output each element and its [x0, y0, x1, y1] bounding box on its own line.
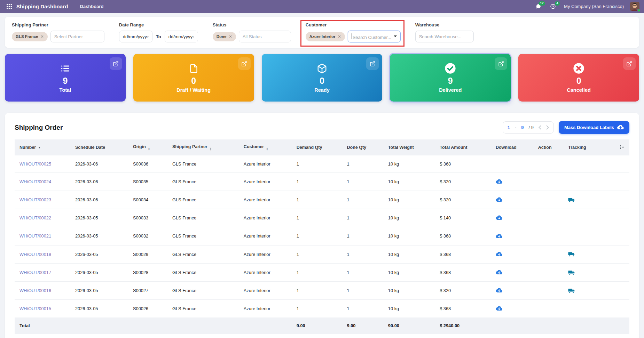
sort-icon: ▲▼	[210, 147, 212, 151]
filter-label: Date Range	[119, 22, 198, 27]
tracking-truck-icon[interactable]	[568, 288, 575, 293]
cloud-download-icon[interactable]	[496, 306, 503, 312]
date-from-input[interactable]: dd/mm/yyyy	[119, 31, 152, 42]
order-number-link[interactable]: WH/OUT/00015	[15, 299, 72, 317]
total-weight-cell: 10 kg	[385, 245, 437, 263]
status-search-input[interactable]: All Status	[239, 31, 291, 42]
cloud-download-icon[interactable]	[496, 197, 503, 203]
external-link-icon[interactable]	[238, 57, 251, 70]
table-row: WH/OUT/000222026-03-05S00033GLS FranceAz…	[15, 209, 629, 227]
tracking-cell	[565, 299, 613, 317]
stat-label: Ready	[314, 87, 330, 93]
demand-qty-cell: 1	[294, 227, 344, 245]
tracking-truck-icon[interactable]	[568, 270, 575, 275]
column-header-origin[interactable]: Origin▲▼	[130, 139, 170, 155]
date-to-input[interactable]: dd/mm/yyyy	[165, 31, 198, 42]
order-number-link[interactable]: WH/OUT/00024	[15, 173, 72, 191]
external-link-icon[interactable]	[110, 57, 122, 70]
partner-search-input[interactable]: Select Partner	[50, 31, 104, 42]
cloud-download-icon[interactable]	[496, 288, 503, 293]
customer-cell: Azure Interior	[241, 299, 294, 317]
download-cell	[493, 299, 535, 317]
shipping-partner-cell: GLS France	[170, 227, 241, 245]
warehouse-search-input[interactable]: Search Warehouse...	[415, 31, 474, 42]
external-link-icon[interactable]	[495, 57, 507, 70]
done-qty-cell: 1	[344, 281, 385, 299]
cloud-download-icon	[617, 124, 624, 130]
cloud-download-icon[interactable]	[496, 251, 503, 257]
top-navbar: Shipping Dashboard Dashboard 17 4 My Com…	[0, 0, 644, 13]
order-number-link[interactable]: WH/OUT/00023	[15, 191, 72, 209]
cloud-download-icon[interactable]	[496, 269, 503, 275]
total-amount-cell: $ 368	[437, 299, 493, 317]
order-number-link[interactable]: WH/OUT/00017	[15, 263, 72, 281]
options-cell	[613, 155, 629, 173]
company-switcher[interactable]: My Company (San Francisco)	[564, 4, 624, 9]
customer-cell: Azure Interior	[241, 281, 294, 299]
messages-icon[interactable]: 17	[534, 3, 542, 10]
activities-clock-icon[interactable]: 4	[549, 3, 557, 10]
remove-tag-icon[interactable]: ✕	[41, 34, 44, 39]
apps-grid-icon[interactable]	[5, 2, 14, 11]
stat-card-total[interactable]: 9Total	[5, 54, 126, 102]
calendar-icon	[193, 34, 194, 39]
remove-tag-icon[interactable]: ✕	[338, 34, 341, 39]
cloud-download-icon[interactable]	[496, 215, 503, 221]
column-header-done-qty: Done Qty	[344, 139, 385, 155]
tracking-truck-icon[interactable]	[568, 197, 575, 203]
column-header-shipping-partner[interactable]: Shipping Partner▲▼	[170, 139, 241, 155]
order-number-link[interactable]: WH/OUT/00025	[15, 155, 72, 173]
app-title[interactable]: Shipping Dashboard	[16, 3, 68, 9]
stat-card-draft-waiting[interactable]: 0Draft / Waiting	[133, 54, 254, 102]
activities-count-badge: 4	[555, 1, 560, 6]
nav-item-dashboard[interactable]: Dashboard	[78, 2, 105, 10]
column-header-customer[interactable]: Customer▲▼	[241, 139, 294, 155]
stat-card-ready[interactable]: 0Ready	[262, 54, 383, 102]
tracking-cell	[565, 173, 613, 191]
total-amount-cell: $ 140	[437, 209, 493, 227]
external-link-icon[interactable]	[623, 57, 636, 70]
stat-card-delivered[interactable]: 9Delivered	[390, 54, 511, 102]
column-header-number[interactable]: Number▼	[15, 139, 72, 155]
action-cell	[535, 299, 566, 317]
column-header-total-weight: Total Weight	[385, 139, 437, 155]
tracking-truck-icon[interactable]	[568, 251, 575, 257]
total-weight-cell: 10 kg	[385, 191, 437, 209]
cloud-download-icon[interactable]	[496, 179, 503, 185]
options-cell	[613, 173, 629, 191]
options-cell	[613, 281, 629, 299]
order-number-link[interactable]: WH/OUT/00021	[15, 227, 72, 245]
mass-download-labels-button[interactable]: Mass Download Labels	[559, 121, 629, 134]
stat-value: 0	[576, 76, 581, 86]
cloud-download-icon[interactable]	[496, 233, 503, 239]
total-amount-cell: $ 368	[437, 155, 493, 173]
stat-card-cancelled[interactable]: 0Cancelled	[518, 54, 639, 102]
tracking-cell	[565, 263, 613, 281]
order-number-link[interactable]: WH/OUT/00016	[15, 281, 72, 299]
prev-page-chevron-icon[interactable]	[539, 125, 541, 130]
customer-cell: Azure Interior	[241, 209, 294, 227]
demand-qty-cell: 1	[294, 173, 344, 191]
order-number-link[interactable]: WH/OUT/00022	[15, 209, 72, 227]
user-avatar[interactable]	[630, 2, 639, 11]
external-link-icon[interactable]	[366, 57, 379, 70]
shipping-order-panel: Shipping Order 1 - 9 / 9 Mass Download L…	[5, 113, 639, 338]
shipping-partner-cell: GLS France	[170, 281, 241, 299]
tracking-cell	[565, 209, 613, 227]
order-number-link[interactable]: WH/OUT/00018	[15, 245, 72, 263]
remove-tag-icon[interactable]: ✕	[229, 34, 232, 39]
list-icon	[60, 63, 71, 74]
column-options-icon[interactable]	[613, 139, 629, 155]
stat-label: Total	[60, 87, 71, 93]
next-page-chevron-icon[interactable]	[546, 125, 549, 130]
customer-cell: Azure Interior	[241, 173, 294, 191]
date-range-separator: To	[155, 34, 162, 39]
customer-search-input[interactable]: Search Customer...	[348, 31, 401, 42]
action-cell	[535, 191, 566, 209]
pagination: 1 - 9 / 9	[503, 121, 554, 134]
done-qty-cell: 1	[344, 227, 385, 245]
page-start[interactable]: 1	[508, 125, 510, 130]
page-end[interactable]: 9	[521, 125, 524, 130]
origin-cell: S00026	[130, 299, 170, 317]
column-header-action: Action	[535, 139, 566, 155]
